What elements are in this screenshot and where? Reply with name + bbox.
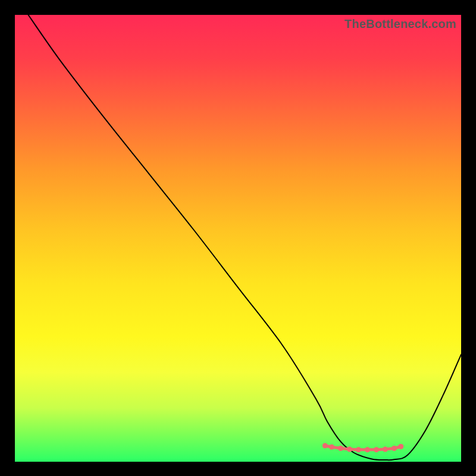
marker-dot <box>374 447 379 452</box>
marker-dot <box>347 447 352 452</box>
marker-dot <box>392 446 397 451</box>
curve-layer <box>15 15 461 462</box>
marker-dot <box>329 444 334 450</box>
marker-dot <box>365 447 370 452</box>
marker-connector <box>325 446 401 450</box>
plot-area: TheBottleneck.com <box>15 15 461 462</box>
marker-dot <box>322 443 328 449</box>
marker-dot <box>383 447 388 452</box>
bottleneck-curve <box>29 15 462 460</box>
optimal-range-markers <box>322 443 404 453</box>
marker-dot <box>398 444 403 449</box>
marker-dot <box>356 447 361 452</box>
marker-dot <box>338 446 343 451</box>
chart-frame: TheBottleneck.com <box>0 0 476 476</box>
watermark-text: TheBottleneck.com <box>345 17 456 31</box>
